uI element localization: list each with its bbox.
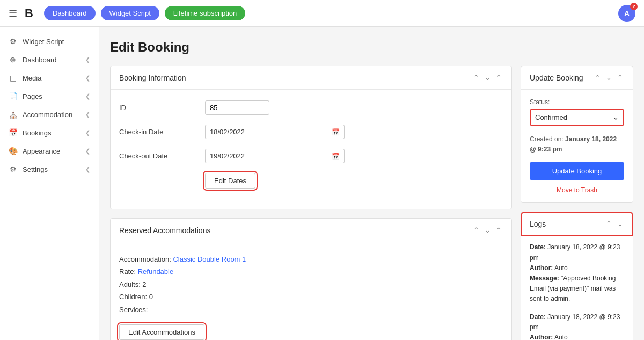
log-message-label-1: Message: xyxy=(530,274,559,282)
sidebar-item-label: Widget Script xyxy=(23,38,64,46)
chevron-icon: ❮ xyxy=(85,166,90,173)
media-icon: ◫ xyxy=(9,74,17,82)
sidebar-item-label: Appearance xyxy=(23,147,60,155)
expand-button[interactable]: ⌃ xyxy=(495,73,503,83)
logo: B xyxy=(25,6,33,20)
log-author-label-1: Author: xyxy=(530,264,553,272)
card-header-actions: ⌃ ⌄ ⌃ xyxy=(594,73,624,83)
collapse-down-button[interactable]: ⌄ xyxy=(605,73,613,83)
expand-button[interactable]: ⌃ xyxy=(495,225,503,235)
rate-label: Rate: xyxy=(119,267,136,276)
main-content: Edit Booking Booking Information ⌃ ⌄ ⌃ xyxy=(99,27,644,340)
chevron-icon: ❮ xyxy=(85,75,90,82)
settings-icon: ⚙ xyxy=(9,165,17,173)
checkout-label: Check-out Date xyxy=(119,152,205,160)
sidebar-item-widget-script[interactable]: ⚙ Widget Script xyxy=(0,32,99,50)
accommodation-label: Accommodation: xyxy=(119,255,171,263)
chevron-down-icon: ⌄ xyxy=(613,113,619,121)
collapse-down-button[interactable]: ⌄ xyxy=(484,73,492,83)
card-header-actions: ⌃ ⌄ xyxy=(605,219,624,229)
log-author-label-2: Author: xyxy=(530,334,553,340)
update-booking-card: Update Booking ⌃ ⌄ ⌃ Status: Confirmed xyxy=(521,66,633,203)
collapse-up-button[interactable]: ⌃ xyxy=(472,73,480,83)
calendar-icon: 📅 xyxy=(332,128,340,136)
avatar[interactable]: A 2 xyxy=(618,5,635,22)
topbar: ☰ B Dashboard Widget Script Lifetime sub… xyxy=(0,0,644,27)
sidebar-item-pages[interactable]: 📄 Pages ❮ xyxy=(0,87,99,105)
booking-info-header: Booking Information ⌃ ⌄ ⌃ xyxy=(111,66,511,90)
collapse-down-button[interactable]: ⌄ xyxy=(616,219,624,229)
checkout-value: 19/02/2022 xyxy=(210,152,245,160)
accommodations-header: Reserved Accommodations ⌃ ⌄ ⌃ xyxy=(111,219,511,242)
dashboard-icon: ⊛ xyxy=(9,55,17,64)
chevron-icon: ❮ xyxy=(85,148,90,155)
edit-dates-button[interactable]: Edit Dates xyxy=(205,173,255,189)
sidebar-item-dashboard[interactable]: ⊛ Dashboard ❮ xyxy=(0,50,99,69)
collapse-up-button[interactable]: ⌃ xyxy=(605,219,613,229)
checkin-date-field[interactable]: 18/02/2022 📅 xyxy=(205,125,345,139)
avatar-badge: 2 xyxy=(630,3,638,10)
move-to-trash-link[interactable]: Move to Trash xyxy=(521,186,633,202)
accommodation-icon: ⛪ xyxy=(9,110,17,119)
log-date-label-1: Date: xyxy=(530,243,546,251)
sidebar: ⚙ Widget Script ⊛ Dashboard ❮ ◫ Media ❮ … xyxy=(0,27,99,340)
widget-script-button[interactable]: Widget Script xyxy=(101,6,159,20)
status-label: Status: xyxy=(530,98,624,106)
checkout-date-field[interactable]: 19/02/2022 📅 xyxy=(205,149,345,163)
id-row: ID xyxy=(119,100,503,115)
services-text: Services: — xyxy=(119,306,157,314)
sidebar-item-settings[interactable]: ⚙ Settings ❮ xyxy=(0,160,99,178)
chevron-icon: ❮ xyxy=(85,93,90,100)
collapse-up-button[interactable]: ⌃ xyxy=(472,225,480,235)
edit-accommodations-button[interactable]: Edit Accommodations xyxy=(119,324,204,340)
booking-info-body: ID Check-in Date 18/02/2022 📅 Check-out … xyxy=(111,90,511,209)
card-header-actions: ⌃ ⌄ ⌃ xyxy=(472,225,503,235)
rate-link[interactable]: Refundable xyxy=(138,267,174,276)
widget-script-icon: ⚙ xyxy=(9,37,17,46)
sidebar-item-label: Bookings xyxy=(23,129,51,137)
collapse-up-button[interactable]: ⌃ xyxy=(594,73,602,83)
expand-button[interactable]: ⌃ xyxy=(616,73,624,83)
checkin-value: 18/02/2022 xyxy=(210,128,245,136)
calendar-icon: 📅 xyxy=(332,153,340,160)
dashboard-button[interactable]: Dashboard xyxy=(44,6,96,20)
card-header-actions: ⌃ ⌄ ⌃ xyxy=(472,73,503,83)
checkin-label: Check-in Date xyxy=(119,128,205,136)
logs-body: Date: January 18, 2022 @ 9:23 pm Author:… xyxy=(521,236,633,340)
logs-title: Logs xyxy=(530,220,546,228)
sidebar-item-label: Dashboard xyxy=(23,56,57,64)
id-input[interactable] xyxy=(205,100,269,115)
id-label: ID xyxy=(119,104,205,112)
menu-icon[interactable]: ☰ xyxy=(9,8,17,19)
accommodation-link[interactable]: Classic Double Room 1 xyxy=(173,255,246,263)
accommodations-body: Accommodation: Classic Double Room 1 Rat… xyxy=(111,242,511,340)
status-select[interactable]: Confirmed ⌄ xyxy=(531,110,623,125)
logs-header: Logs ⌃ ⌄ xyxy=(521,212,633,236)
collapse-down-button[interactable]: ⌄ xyxy=(484,225,492,235)
update-booking-header: Update Booking ⌃ ⌄ ⌃ xyxy=(521,66,633,90)
log-author-value-1: Auto xyxy=(554,264,568,272)
checkout-row: Check-out Date 19/02/2022 📅 xyxy=(119,149,503,163)
status-select-wrapper: Confirmed ⌄ xyxy=(530,109,624,126)
sidebar-item-appearance[interactable]: 🎨 Appearance ❮ xyxy=(0,142,99,160)
pages-icon: 📄 xyxy=(9,92,17,100)
log-author-value-2: Auto xyxy=(554,334,568,340)
checkin-row: Check-in Date 18/02/2022 📅 xyxy=(119,125,503,139)
chevron-icon: ❮ xyxy=(85,56,90,63)
status-section: Status: Confirmed ⌄ xyxy=(521,90,633,134)
sidebar-item-media[interactable]: ◫ Media ❮ xyxy=(0,69,99,87)
adults-text: Adults: 2 xyxy=(119,280,147,288)
chevron-icon: ❮ xyxy=(85,111,90,118)
sidebar-item-label: Settings xyxy=(23,165,48,173)
sidebar-item-accommodation[interactable]: ⛪ Accommodation ❮ xyxy=(0,105,99,124)
children-text: Children: 0 xyxy=(119,293,153,301)
chevron-icon: ❮ xyxy=(85,129,90,136)
booking-info-title: Booking Information xyxy=(119,74,186,82)
sidebar-item-label: Pages xyxy=(23,92,42,100)
accommodation-details: Accommodation: Classic Double Room 1 Rat… xyxy=(119,253,503,324)
sidebar-item-bookings[interactable]: 📅 Bookings ❮ xyxy=(0,124,99,142)
lifetime-subscription-button[interactable]: Lifetime subscription xyxy=(165,6,246,20)
status-value: Confirmed xyxy=(535,113,567,121)
update-booking-button[interactable]: Update Booking xyxy=(530,162,624,180)
log-entry-2: Date: January 18, 2022 @ 9:23 pm Author:… xyxy=(530,312,624,341)
